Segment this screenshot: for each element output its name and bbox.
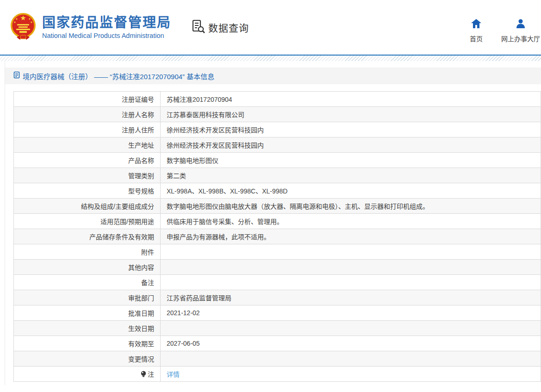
data-query-title: 数据查询 xyxy=(208,20,249,34)
row-label: 生产地址 xyxy=(14,137,161,153)
org-name-cn: 国家药品监督管理局 xyxy=(42,15,171,31)
row-value: 2027-06-05 xyxy=(161,336,541,351)
row-value: 数字脑电地形图仪由脑电放大器（放大器、隔离电源和电极）、主机、显示器和打印机组成… xyxy=(161,199,541,214)
svg-text:★: ★ xyxy=(15,18,18,20)
document-icon xyxy=(13,71,20,81)
table-row: 生效日期 xyxy=(14,321,541,336)
row-value: 申报产品为有源器械，此项不适用。 xyxy=(161,229,541,244)
row-value: 2021-12-02 xyxy=(161,305,541,321)
svg-text:★: ★ xyxy=(20,14,26,22)
row-value: 江苏省药品监督管理局 xyxy=(161,290,541,305)
table-row: 产品储存条件及有效期申报产品为有源器械，此项不适用。 xyxy=(14,229,541,244)
national-emblem-logo: ★ ★ ★ ★ ★ xyxy=(10,12,36,43)
table-row: 注册人住所徐州经济技术开发区民营科技园内 xyxy=(14,122,541,137)
row-label: 备注 xyxy=(14,275,161,290)
row-value: XL-998A、XL-998B、XL-998C、XL-998D xyxy=(161,183,541,199)
row-label: 产品储存条件及有效期 xyxy=(14,229,161,244)
breadcrumb: 境内医疗器械（注册） —— “苏械注准20172070904” 基本信息 xyxy=(5,68,541,84)
nav-label-service-hall: 网上办事大厅 xyxy=(501,34,540,43)
row-label: 注册人名称 xyxy=(14,107,161,122)
row-label: 有效期至 xyxy=(14,336,161,351)
row-label: 注册证编号 xyxy=(14,92,161,107)
table-row: 型号规格XL-998A、XL-998B、XL-998C、XL-998D xyxy=(14,183,541,199)
table-row: 注册证编号苏械注准20172070904 xyxy=(14,92,541,107)
row-value: 供临床用于脑信号采集、分析、管理用。 xyxy=(161,214,541,229)
row-value: 第二类 xyxy=(161,168,541,183)
svg-text:★: ★ xyxy=(30,21,32,24)
nav-item-service-hall[interactable]: 网上办事大厅 xyxy=(501,19,540,43)
page-title: 境内医疗器械（注册） —— “苏械注准20172070904” 基本信息 xyxy=(23,71,214,81)
main-content: 境内医疗器械（注册） —— “苏械注准20172070904” 基本信息 注册证… xyxy=(5,61,541,385)
emblem-icon: ★ ★ ★ ★ ★ xyxy=(10,12,36,41)
org-name-en: National Medical Products Administration xyxy=(42,32,171,39)
row-value: 详情 xyxy=(161,367,541,382)
row-label: 审批部门 xyxy=(14,290,161,305)
row-label: 注册人住所 xyxy=(14,122,161,137)
row-value xyxy=(161,244,541,260)
row-label: 产品名称 xyxy=(14,153,161,168)
table-row: 其他内容 xyxy=(14,260,541,275)
table-row: 注册人名称江苏慕泰医用科技有限公司 xyxy=(14,107,541,122)
header-separator xyxy=(0,55,541,61)
nav-label-home: 首页 xyxy=(470,34,483,43)
table-row: 适用范围/预期用途供临床用于脑信号采集、分析、管理用。 xyxy=(14,214,541,229)
info-table-body: 注册证编号苏械注准20172070904注册人名称江苏慕泰医用科技有限公司注册人… xyxy=(14,92,541,382)
row-value: 徐州经济技术开发区民营科技园内 xyxy=(161,122,541,137)
table-row: 附件 xyxy=(14,244,541,260)
bulb-icon xyxy=(141,371,146,378)
table-row: 备注 xyxy=(14,275,541,290)
svg-text:★: ★ xyxy=(13,21,16,24)
row-label: 附件 xyxy=(14,244,161,260)
row-label: 注 xyxy=(14,367,161,382)
table-row: 结构及组成/主要组成成分数字脑电地形图仪由脑电放大器（放大器、隔离电源和电极）、… xyxy=(14,199,541,214)
row-label: 生效日期 xyxy=(14,321,161,336)
detail-link[interactable]: 详情 xyxy=(167,371,180,378)
table-row: 生产地址徐州经济技术开发区民营科技园内 xyxy=(14,137,541,153)
row-value: 徐州经济技术开发区民营科技园内 xyxy=(161,137,541,153)
table-row: 管理类别第二类 xyxy=(14,168,541,183)
nav-item-home[interactable]: 首页 xyxy=(470,19,483,43)
user-icon xyxy=(515,19,526,31)
row-value xyxy=(161,321,541,336)
info-table: 注册证编号苏械注准20172070904注册人名称江苏慕泰医用科技有限公司注册人… xyxy=(13,91,541,382)
row-value: 苏械注准20172070904 xyxy=(161,92,541,107)
row-label: 结构及组成/主要组成成分 xyxy=(14,199,161,214)
row-label: 管理类别 xyxy=(14,168,161,183)
document-search-icon xyxy=(192,19,205,36)
row-label: 其他内容 xyxy=(14,260,161,275)
row-value xyxy=(161,351,541,367)
table-row: 有效期至2027-06-05 xyxy=(14,336,541,351)
data-query-section: 数据查询 xyxy=(192,19,249,36)
row-label: 适用范围/预期用途 xyxy=(14,214,161,229)
table-row: 变更情况 xyxy=(14,351,541,367)
row-value xyxy=(161,275,541,290)
table-row: 批准日期2021-12-02 xyxy=(14,305,541,321)
site-header: ★ ★ ★ ★ ★ 国家药品监督管理局 National Medical Pro… xyxy=(0,0,541,55)
top-nav: 首页 网上办事大厅 xyxy=(470,19,541,43)
row-label: 批准日期 xyxy=(14,305,161,321)
row-label: 变更情况 xyxy=(14,351,161,367)
svg-text:★: ★ xyxy=(28,18,31,20)
home-icon xyxy=(471,19,482,31)
row-value: 数字脑电地形图仪 xyxy=(161,153,541,168)
row-value: 江苏慕泰医用科技有限公司 xyxy=(161,107,541,122)
row-value xyxy=(161,260,541,275)
table-row: 注详情 xyxy=(14,367,541,382)
org-names: 国家药品监督管理局 National Medical Products Admi… xyxy=(42,15,171,39)
table-row: 产品名称数字脑电地形图仪 xyxy=(14,153,541,168)
table-row: 审批部门江苏省药品监督管理局 xyxy=(14,290,541,305)
row-label: 型号规格 xyxy=(14,183,161,199)
